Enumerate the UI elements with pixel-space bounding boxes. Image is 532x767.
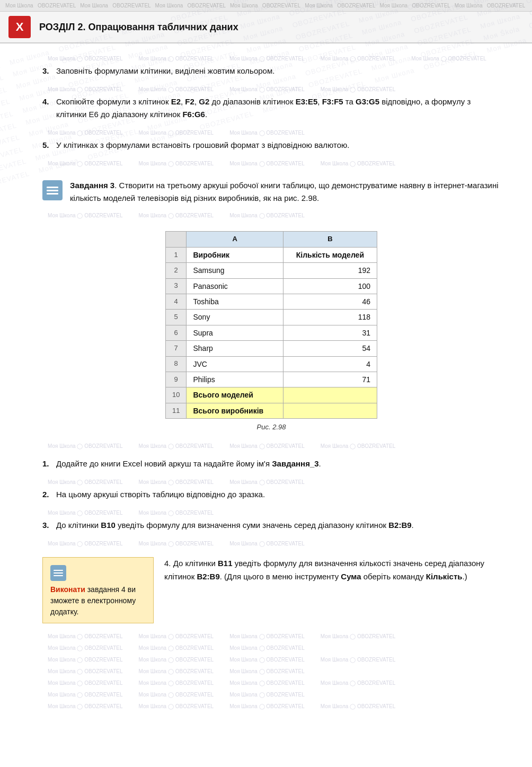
table-cell-col-b: Кількість моделей — [283, 247, 377, 262]
table-cell-rownum: 3 — [166, 278, 187, 294]
table-row: 10Всього моделей — [166, 387, 377, 403]
chapter-header: X РОЗДІЛ 2. Опрацювання табличних даних — [0, 12, 532, 43]
task-4-number-right: 4. — [164, 559, 171, 568]
sub-task-3: 3. До клітинки В10 уведіть формулу для в… — [42, 519, 500, 532]
watermark-row-1: Моя Школа ◯ OBOZREVATEL Моя Школа ◯ OBOZ… — [42, 53, 500, 65]
top-watermark-text: Моя Школа OBOZREVATEL Моя Школа OBOZREVA… — [5, 3, 525, 8]
table-cell-rownum: 10 — [166, 387, 187, 403]
table-row: 1ВиробникКількість моделей — [166, 247, 377, 262]
watermark-row-13: Моя Школа ◯ OBOZREVATEL Моя Школа ◯ OBOZ… — [42, 666, 500, 677]
table-cell-col-b: 31 — [283, 325, 377, 340]
assignment-3-label: Завдання 3 — [70, 181, 114, 190]
content-area: Моя Школа ◯ OBOZREVATEL Моя Школа ◯ OBOZ… — [0, 43, 532, 767]
sub-task-1-number: 1. — [42, 457, 52, 470]
table-cell-rownum: 4 — [166, 294, 187, 309]
table-cell-rownum: 11 — [166, 403, 187, 418]
sub-task-2-text: На цьому аркуші створіть таблицю відпові… — [56, 488, 500, 501]
table-cell-col-b — [283, 387, 377, 403]
table-cell-rownum: 6 — [166, 325, 187, 340]
logo-text: X — [16, 20, 24, 34]
table-row: 3Panasonic100 — [166, 278, 377, 294]
table-cell-col-a: Всього виробників — [187, 403, 283, 418]
task-5-number: 5. — [42, 139, 52, 152]
watermark-row-15: Моя Школа ◯ OBOZREVATEL Моя Школа ◯ OBOZ… — [42, 689, 500, 701]
assignment-3-text: Завдання 3. Створити на третьому аркуші … — [70, 179, 500, 205]
watermark-row-2: Моя Школа ◯ OBOZREVATEL Моя Школа ◯ OBOZ… — [42, 84, 500, 95]
watermark-row-8: Моя Школа ◯ OBOZREVATEL Моя Школа ◯ OBOZ… — [42, 507, 500, 519]
table-cell-col-a: Philips — [187, 372, 283, 387]
side-note-container: Виконати завдання 4 ви зможете в електро… — [42, 557, 500, 623]
assignment-3-block: Завдання 3. Створити на третьому аркуші … — [42, 179, 500, 205]
table-cell-col-b — [283, 403, 377, 418]
watermark-row-3: Моя Школа ◯ OBOZREVATEL Моя Школа ◯ OBOZ… — [42, 127, 500, 139]
table-row: 2Samsung192 — [166, 263, 377, 278]
table-col-a-header: A — [187, 232, 283, 248]
task-4-text: Скопіюйте формули з клітинок E2, F2, G2 … — [56, 95, 500, 121]
table-cell-col-a: Toshiba — [187, 294, 283, 309]
table-container: A B 1ВиробникКількість моделей2Samsung19… — [42, 231, 500, 419]
table-row: 6Supra31 — [166, 325, 377, 340]
table-cell-rownum: 8 — [166, 356, 187, 372]
watermark-row-11: Моя Школа ◯ OBOZREVATEL Моя Школа ◯ OBOZ… — [42, 642, 500, 654]
assignment-icon — [42, 180, 63, 200]
table-cell-col-a: JVC — [187, 356, 283, 372]
sub-task-2: 2. На цьому аркуші створіть таблицю відп… — [42, 488, 500, 501]
table-cell-col-b: 54 — [283, 341, 377, 356]
assignment-3-body: . Створити на третьому аркуші робочої кн… — [70, 181, 499, 202]
table-col-num-header — [166, 232, 187, 248]
task-3-number: 3. — [42, 65, 52, 77]
table-cell-col-a: Supra — [187, 325, 283, 340]
chapter-title: РОЗДІЛ 2. Опрацювання табличних даних — [39, 22, 238, 33]
watermark-row-10: Моя Школа ◯ OBOZREVATEL Моя Школа ◯ OBOZ… — [42, 631, 500, 642]
table-cell-rownum: 5 — [166, 310, 187, 325]
table-cell-col-a: Всього моделей — [187, 387, 283, 403]
sub-task-1: 1. Додайте до книги Excel новий аркуш та… — [42, 457, 500, 470]
table-cell-rownum: 9 — [166, 372, 187, 387]
table-row: 5Sony118 — [166, 310, 377, 325]
side-note-highlight: Виконати — [50, 585, 85, 594]
task-4-item: 4. Скопіюйте формули з клітинок E2, F2, … — [42, 95, 500, 121]
watermark-row-6: Моя Школа ◯ OBOZREVATEL Моя Школа ◯ OBOZ… — [42, 440, 500, 452]
sub-task-1-bold: Завдання_3 — [272, 459, 318, 468]
task-5-item: 5. У клітинках з формулами встановіть гр… — [42, 139, 500, 152]
table-cell-rownum: 1 — [166, 247, 187, 262]
task-4-number: 4. — [42, 95, 52, 121]
table-cell-col-b: 71 — [283, 372, 377, 387]
sub-tasks-list: 1. Додайте до книги Excel новий аркуш та… — [42, 457, 500, 532]
task-3-text: Заповніть формулами клітинки, виділені ж… — [56, 65, 500, 77]
table-cell-col-a: Виробник — [187, 247, 283, 262]
table-cell-col-b: 118 — [283, 310, 377, 325]
watermark-row-9: Моя Школа ◯ OBOZREVATEL Моя Школа ◯ OBOZ… — [42, 538, 500, 550]
table-cell-col-a: Panasonic — [187, 278, 283, 294]
table-cell-col-a: Sony — [187, 310, 283, 325]
table-cell-col-a: Sharp — [187, 341, 283, 356]
sub-task-2-number: 2. — [42, 488, 52, 501]
sub-task-1-text: Додайте до книги Excel новий аркуш та на… — [56, 457, 500, 470]
watermark-row-7: Моя Школа ◯ OBOZREVATEL Моя Школа ◯ OBOZ… — [42, 477, 500, 488]
side-note-icon — [50, 563, 146, 581]
watermark-row-16: Моя Школа ◯ OBOZREVATEL Моя Школа ◯ OBOZ… — [42, 701, 500, 712]
table-row: 4Toshiba46 — [166, 294, 377, 309]
logo: X — [8, 16, 31, 38]
tv-models-table: A B 1ВиробникКількість моделей2Samsung19… — [165, 231, 377, 419]
task-3-item: 3. Заповніть формулами клітинки, виділен… — [42, 65, 500, 77]
watermark-row-5: Моя Школа ◯ OBOZREVATEL Моя Школа ◯ OBOZ… — [42, 210, 500, 222]
table-cell-rownum: 7 — [166, 341, 187, 356]
sub-task-3-number: 3. — [42, 519, 52, 532]
bottom-spacer — [42, 712, 500, 767]
table-body: 1ВиробникКількість моделей2Samsung1923Pa… — [166, 247, 377, 418]
task-5-text: У клітинках з формулами встановіть грошо… — [56, 139, 500, 152]
task-4-right-text: 4. До клітинки В11 уведіть формулу для в… — [164, 557, 500, 584]
table-header-row: A B — [166, 232, 377, 248]
table-row: 11Всього виробників — [166, 403, 377, 418]
watermark-row-12: Моя Школа ◯ OBOZREVATEL Моя Школа ◯ OBOZ… — [42, 654, 500, 666]
sub-task-3-text: До клітинки В10 уведіть формулу для визн… — [56, 519, 500, 532]
side-note-box: Виконати завдання 4 ви зможете в електро… — [42, 557, 154, 623]
table-cell-col-b: 100 — [283, 278, 377, 294]
figure-caption: Рис. 2.98 — [42, 422, 500, 433]
table-cell-col-b: 192 — [283, 263, 377, 278]
table-cell-rownum: 2 — [166, 263, 187, 278]
table-col-b-header: B — [283, 232, 377, 248]
watermark-row-4: Моя Школа ◯ OBOZREVATEL Моя Школа ◯ OBOZ… — [42, 158, 500, 170]
table-row: 7Sharp54 — [166, 341, 377, 356]
